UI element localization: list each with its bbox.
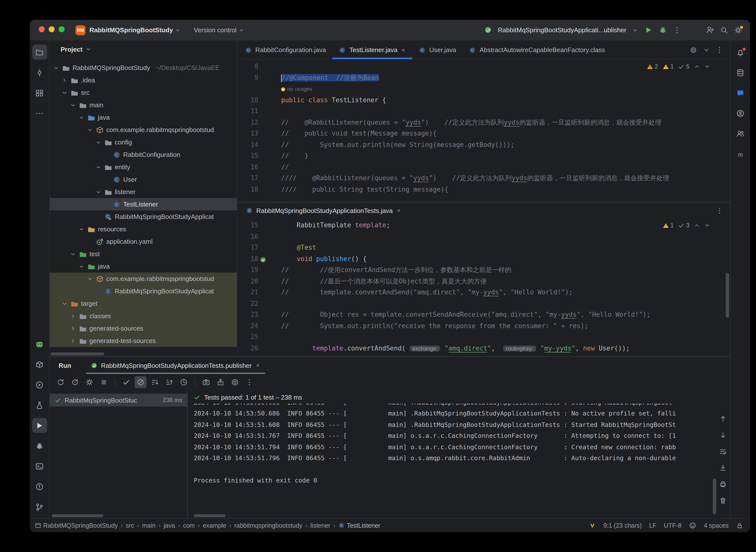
tree-row[interactable]: main [50, 99, 237, 111]
vertical-scrollbar[interactable] [726, 273, 729, 318]
gutter[interactable]: 16 [237, 231, 266, 242]
run-config-selector[interactable]: RabbitMqSpringBootStudyApplicati...ublis… [498, 26, 626, 34]
breadcrumb-item[interactable]: RabbitMQSpringBootStudy [35, 522, 118, 529]
run-button[interactable] [32, 418, 47, 433]
gutter[interactable]: 26 [237, 343, 266, 354]
show-passed-button[interactable] [120, 376, 132, 388]
editor-tab[interactable]: CTestListener.java [333, 41, 413, 59]
overflow-tabs-icon[interactable] [690, 46, 697, 53]
gutter[interactable]: 18 [237, 184, 266, 195]
tree-row[interactable]: .idea [50, 74, 237, 86]
chevron-down-icon[interactable] [86, 127, 93, 133]
editor-tests[interactable]: 15 RabbitTemplate template;1617 @Test18 … [237, 219, 730, 357]
print-button[interactable] [717, 478, 729, 490]
gutter[interactable]: 15 [237, 150, 266, 162]
coverage-button[interactable] [229, 376, 241, 388]
chevron-down-icon[interactable] [95, 164, 102, 170]
gutter[interactable]: 19 [237, 265, 266, 276]
editor-testlistener[interactable]: 89//@Component //注册为Beanno usages10publi… [237, 59, 730, 202]
editor-tab[interactable]: C RabbitMqSpringBootStudyApplicationTest… [239, 202, 408, 219]
tree-row[interactable]: CRabbitMqSpringBootStudyApplicat [50, 285, 237, 297]
horizontal-scrollbar[interactable] [194, 514, 225, 517]
chevron-down-icon[interactable] [78, 226, 85, 232]
breadcrumb-item[interactable]: CTestListener [338, 522, 380, 529]
more-actions-icon[interactable] [673, 26, 681, 34]
prev-problem-icon[interactable] [694, 223, 700, 228]
close-icon[interactable] [401, 47, 406, 52]
gutter[interactable]: 11 [237, 106, 266, 117]
database-button[interactable] [733, 65, 748, 80]
run-button[interactable] [644, 26, 653, 34]
ok-badge[interactable]: 3 [678, 222, 689, 229]
chevron-down-icon[interactable] [61, 90, 68, 96]
caret-position[interactable]: 9:1 (23 chars) [604, 522, 642, 529]
gutter[interactable]: 17 [237, 242, 266, 253]
tree-row[interactable]: test [50, 248, 237, 260]
build-button[interactable] [32, 357, 47, 372]
tree-row[interactable]: generated-sources [50, 322, 237, 334]
project-folder-button[interactable] [32, 45, 47, 59]
ai-assistant-button[interactable] [733, 86, 748, 100]
add-user-icon[interactable] [706, 26, 714, 34]
vertical-scrollbar[interactable] [713, 478, 716, 514]
ok-badge[interactable]: 5 [678, 63, 689, 70]
chevron-down-icon[interactable] [70, 251, 77, 257]
commit-button[interactable] [32, 65, 47, 80]
tree-row[interactable]: CUser [50, 173, 237, 186]
chevron-down-icon[interactable] [61, 301, 68, 306]
chevron-down-icon[interactable] [95, 139, 102, 145]
problems-button[interactable] [32, 479, 47, 494]
chevron-down-icon[interactable] [95, 189, 102, 195]
gutter[interactable]: 17 [237, 173, 266, 184]
more-actions-icon[interactable] [716, 46, 723, 53]
inspections-widget[interactable]: 215 [647, 63, 710, 70]
zoom-window-button[interactable] [59, 26, 65, 32]
more-button[interactable] [32, 106, 47, 121]
chevron-down-icon[interactable] [52, 65, 60, 71]
console-output-area[interactable]: 2024-10-10 14:53:50.086 INFO 86455 --- [… [188, 404, 730, 518]
chevron-right-icon[interactable] [70, 313, 77, 319]
warning-badge[interactable]: 1 [662, 63, 673, 70]
tree-row[interactable]: config [50, 136, 237, 148]
tree-row[interactable]: classes [50, 310, 237, 322]
status-widget-icon[interactable] [689, 522, 696, 529]
gutter[interactable]: 20 [237, 276, 266, 287]
next-problem-icon[interactable] [705, 223, 710, 228]
inspections-widget[interactable]: 13 [662, 222, 710, 229]
settings-gear-icon[interactable] [734, 26, 742, 34]
editor-tab[interactable]: CRabbitConfiguration.java [238, 41, 333, 59]
services-button[interactable] [32, 377, 47, 392]
breadcrumb-item[interactable]: main [142, 522, 155, 529]
editor-tab[interactable]: CAbstractAutowireCapableBeanFactory.clas… [463, 41, 612, 59]
rerun-failed-button[interactable] [69, 376, 81, 388]
breadcrumb-item[interactable]: com [183, 522, 195, 529]
gutter[interactable]: 8 [237, 61, 266, 72]
horizontal-scrollbar[interactable] [51, 353, 104, 356]
tree-row[interactable]: CRabbitConfiguration [50, 148, 237, 161]
gutter[interactable]: 9 [237, 72, 266, 84]
tests-button[interactable] [32, 398, 47, 413]
notifications-button[interactable] [733, 45, 748, 59]
git-branch-button[interactable] [32, 500, 47, 514]
chevron-right-icon[interactable] [70, 338, 77, 344]
show-skipped-button[interactable] [135, 376, 146, 388]
breadcrumb-item[interactable]: rabbitmqspringbootstudy [234, 522, 302, 529]
horizontal-scrollbar[interactable] [51, 514, 103, 517]
chevron-down-icon[interactable] [86, 276, 93, 282]
plugin-rabbit-button[interactable] [32, 336, 47, 352]
gutter[interactable]: 12 [237, 117, 266, 128]
tree-row[interactable]: java [50, 260, 237, 273]
file-encoding[interactable]: UTF-8 [664, 522, 681, 529]
import-results-button[interactable] [215, 376, 226, 388]
gutter[interactable]: 23 [237, 309, 266, 320]
tree-row[interactable]: com.example.rabbitmqspringbootstud [50, 273, 237, 285]
tree-row[interactable]: src [50, 86, 237, 99]
maven-button[interactable]: m [733, 146, 748, 161]
user-button[interactable] [733, 106, 748, 121]
clear-button[interactable] [717, 495, 729, 506]
arrow-up-button[interactable] [717, 413, 729, 424]
sort-alpha-button[interactable] [149, 376, 161, 388]
gutter[interactable]: 13 [237, 128, 266, 139]
tree-row[interactable]: RabbitMQSpringBootStudy~/Desktop/CS/Java… [50, 61, 237, 74]
test-settings-button[interactable] [84, 376, 95, 388]
